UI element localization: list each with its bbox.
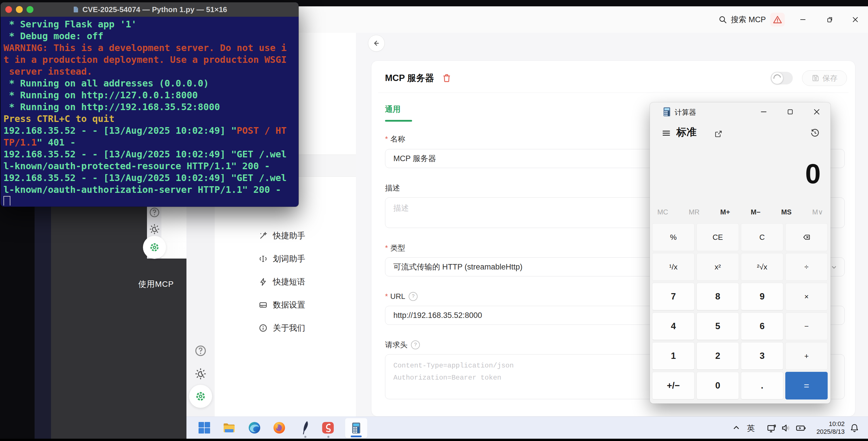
terminal-titlebar[interactable]: CVE-2025-54074 — Python 1.py — 51×16 xyxy=(1,2,299,17)
restore-button[interactable] xyxy=(824,14,835,25)
headers-label: 请求头 ? xyxy=(385,340,420,349)
back-button[interactable] xyxy=(368,35,385,52)
time: 10:02 xyxy=(806,420,845,428)
calc-key-square[interactable]: x² xyxy=(696,253,739,281)
calc-key-9[interactable]: 9 xyxy=(741,283,783,310)
enable-toggle[interactable] xyxy=(771,72,793,85)
terminal-line: t in a production deployment. Use a prod… xyxy=(3,54,298,66)
mac-zoom-button[interactable] xyxy=(27,6,33,13)
start-button[interactable] xyxy=(197,421,211,435)
floppy-icon xyxy=(811,74,819,82)
url-label: *URL ? xyxy=(385,292,417,301)
tray-chevron-up-icon[interactable] xyxy=(731,422,742,433)
calc-key-3[interactable]: 3 xyxy=(741,342,783,370)
save-button[interactable]: 保存 xyxy=(802,70,847,86)
close-button[interactable] xyxy=(849,14,861,25)
memory-button-M+[interactable]: M+ xyxy=(720,208,730,216)
clock[interactable]: 10:02 2025/8/13 xyxy=(806,420,845,436)
calc-key-equals[interactable]: = xyxy=(785,372,828,400)
minimize-icon xyxy=(759,107,768,117)
type-label: *类型 xyxy=(385,244,405,252)
gear-icon xyxy=(149,242,160,253)
memory-button-MC[interactable]: MC xyxy=(657,208,668,216)
display-cast-icon[interactable] xyxy=(766,422,777,434)
calc-key-7[interactable]: 7 xyxy=(652,283,694,310)
terminal-line: 192.168.35.52 - - [13/Aug/2025 10:02:49]… xyxy=(3,172,298,184)
help-icon[interactable] xyxy=(149,207,160,218)
restore-icon xyxy=(825,15,834,24)
terminal-line: * Running on all addresses (0.0.0.0) xyxy=(3,77,298,89)
mac-minimize-button[interactable] xyxy=(16,6,23,13)
tab-general[interactable]: 通用 xyxy=(385,104,401,115)
maximize-icon xyxy=(786,107,795,116)
minimize-button[interactable] xyxy=(797,14,809,25)
card-title: MCP 服务器 xyxy=(385,72,434,84)
memory-button-M−[interactable]: M− xyxy=(751,208,761,216)
calc-key-percent[interactable]: % xyxy=(652,223,694,251)
search-box[interactable]: 搜索 MCP xyxy=(718,14,766,25)
calculator-window: 计算器 标准 0 MCMRM+M−MSM∨ %CEC¹/xx²²√x÷789×4… xyxy=(650,102,831,404)
calc-key-negate[interactable]: +/− xyxy=(652,372,694,400)
red-app-icon[interactable] xyxy=(321,421,335,434)
speaker-icon[interactable] xyxy=(781,422,792,434)
calculator-mode-label[interactable]: 标准 xyxy=(676,125,696,139)
terminal-line: l-known/oauth-authorization-server HTTP/… xyxy=(3,184,298,196)
calc-key-6[interactable]: 6 xyxy=(741,312,783,340)
settings-button[interactable] xyxy=(143,236,166,259)
calc-key-8[interactable]: 8 xyxy=(696,283,739,310)
calc-key-multiply[interactable]: × xyxy=(785,283,828,310)
headers-help-icon[interactable]: ? xyxy=(411,340,420,349)
firefox-icon[interactable] xyxy=(272,421,286,435)
document-icon xyxy=(72,6,80,13)
battery-charging-icon[interactable] xyxy=(795,422,807,434)
calc-maximize-button[interactable] xyxy=(784,105,797,118)
calc-close-button[interactable] xyxy=(810,105,823,118)
input-language-indicator[interactable]: 英 xyxy=(747,423,755,434)
desktop: 使用MCP 搜索 MCP 快捷助手划词助 xyxy=(0,0,868,441)
history-icon[interactable] xyxy=(810,128,820,138)
background-window-fragment xyxy=(147,207,186,258)
quill-app-icon[interactable] xyxy=(300,420,311,435)
file-explorer-icon[interactable] xyxy=(222,421,236,435)
calculator-icon xyxy=(350,422,363,434)
backspace-icon xyxy=(802,233,811,242)
terminal-output[interactable]: * Serving Flask app '1' * Debug mode: of… xyxy=(3,19,298,206)
calc-key-decimal[interactable]: . xyxy=(741,372,783,400)
calc-key-backspace[interactable] xyxy=(785,223,828,251)
settings-button-active[interactable] xyxy=(189,385,212,408)
calc-key-divide[interactable]: ÷ xyxy=(785,253,828,281)
notification-bell-icon[interactable] xyxy=(849,422,860,433)
sidebar-item-label: 关于我们 xyxy=(273,322,305,334)
calc-key-4[interactable]: 4 xyxy=(652,312,694,340)
calc-minimize-button[interactable] xyxy=(757,105,770,118)
calc-key-0[interactable]: 0 xyxy=(696,372,739,400)
memory-button-M∨[interactable]: M∨ xyxy=(812,208,823,216)
terminal-title: CVE-2025-54074 — Python 1.py — 51×16 xyxy=(72,5,227,14)
calc-key-add[interactable]: + xyxy=(785,342,828,370)
calc-key-reciprocal[interactable]: ¹/x xyxy=(652,253,694,281)
hamburger-icon[interactable] xyxy=(661,128,671,138)
calculator-taskbar-button-active[interactable] xyxy=(345,418,367,438)
theme-toggle-icon[interactable] xyxy=(149,223,160,235)
calc-key-clear-entry[interactable]: CE xyxy=(696,223,739,251)
textselect-icon xyxy=(258,254,268,263)
keep-on-top-icon[interactable] xyxy=(714,129,723,139)
terminal-line xyxy=(3,196,298,206)
calc-key-5[interactable]: 5 xyxy=(696,312,739,340)
url-help-icon[interactable]: ? xyxy=(409,292,417,301)
memory-button-MR[interactable]: MR xyxy=(689,208,700,216)
trash-icon[interactable] xyxy=(441,73,452,83)
edge-icon[interactable] xyxy=(248,421,261,435)
help-icon[interactable] xyxy=(194,344,207,357)
calc-key-1[interactable]: 1 xyxy=(652,342,694,370)
theme-toggle-icon[interactable] xyxy=(194,368,207,380)
mac-close-button[interactable] xyxy=(5,6,12,13)
calc-key-2[interactable]: 2 xyxy=(696,342,739,370)
calc-key-clear[interactable]: C xyxy=(741,223,783,251)
calculator-titlebar[interactable]: 计算器 xyxy=(650,102,831,121)
terminal-line: l-known/oauth-protected-resource HTTP/1.… xyxy=(3,160,298,172)
memory-button-MS[interactable]: MS xyxy=(781,208,792,216)
calc-key-square-root[interactable]: ²√x xyxy=(741,253,783,281)
warning-badge[interactable] xyxy=(770,13,785,27)
calc-key-subtract[interactable]: − xyxy=(785,312,828,340)
